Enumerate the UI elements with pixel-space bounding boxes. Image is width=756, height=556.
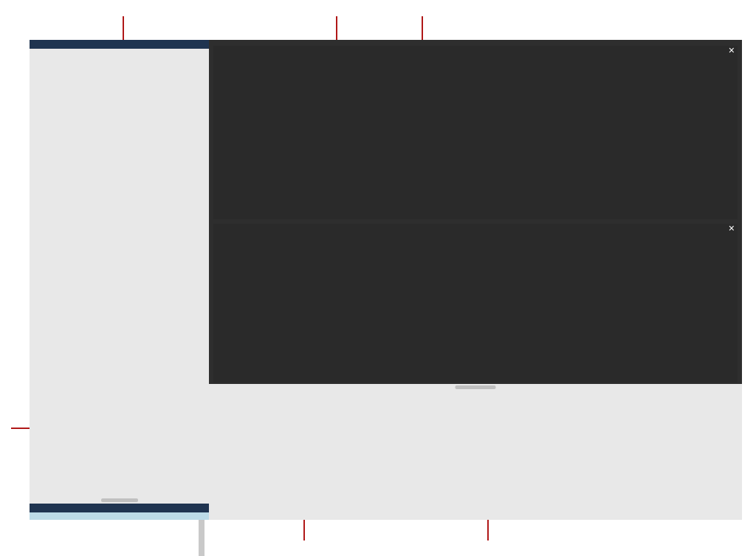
chart-canvas-agitation[interactable] [213,46,738,219]
close-icon[interactable]: × [729,44,735,56]
attributes-title [30,512,209,520]
app-container: × × [30,40,742,520]
atributos-header [30,504,209,512]
main-area: × × [209,40,742,520]
chart-concentration: × [213,221,738,382]
sidebar-spacer [30,49,209,504]
eventos-header [30,40,209,49]
charts-container: × × [209,40,742,384]
chart-agitation: × [213,43,738,219]
close-icon[interactable]: × [729,222,735,234]
sidebar [30,40,209,520]
gantt-area[interactable] [209,384,742,520]
scrollbar-thumb[interactable] [199,520,205,556]
chart-canvas-concentration[interactable] [213,224,738,382]
drag-handle-icon[interactable] [456,385,496,389]
